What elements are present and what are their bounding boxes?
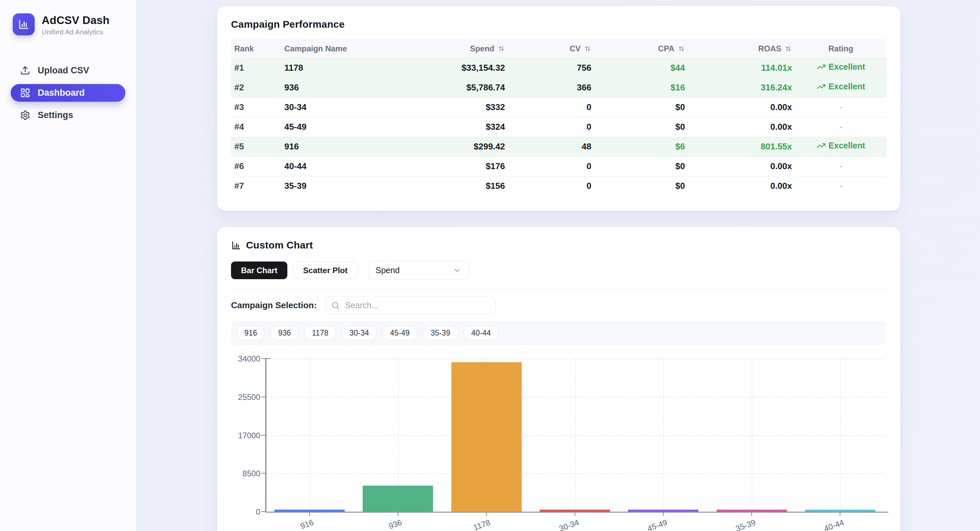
rating-empty: - [839, 181, 842, 191]
x-axis-tick-label: 45-49 [625, 518, 669, 531]
app-logo [13, 13, 35, 35]
table-header-row: RankCampaign NameSpendCVCPAROASRating [231, 39, 886, 58]
custom-chart-card: Custom Chart Bar Chart Scatter Plot Spen… [217, 227, 900, 531]
cell-cv: 0 [508, 156, 595, 176]
table-row: #11178$33,154.32756$44114.01xExcellent [231, 58, 886, 78]
y-axis-tick [261, 435, 265, 435]
table-row: #330-34$3320$00.00x- [231, 97, 886, 117]
cell-roas: 0.00x [688, 117, 795, 137]
sidebar-item-label: Settings [38, 110, 73, 120]
metric-select-value: Spend [375, 266, 400, 275]
campaign-chip-35-39[interactable]: 35-39 [423, 326, 458, 340]
column-header-rating: Rating [795, 39, 886, 58]
x-axis-tick [663, 513, 663, 516]
cell-rating: - [795, 97, 886, 117]
cell-cpa: $0 [595, 117, 688, 137]
sidebar-item-upload-csv[interactable]: Upload CSV [11, 62, 125, 80]
campaign-chip-916[interactable]: 916 [237, 326, 265, 340]
x-axis-tick-label: 936 [360, 518, 403, 531]
sidebar-item-label: Upload CSV [38, 65, 89, 76]
card-title: Campaign Performance [231, 19, 886, 30]
column-header-cpa[interactable]: CPA [595, 39, 688, 58]
sidebar-item-settings[interactable]: Settings [11, 107, 125, 124]
cell-campaign-name: 45-49 [281, 117, 398, 137]
column-header-spend[interactable]: Spend [398, 39, 508, 58]
chart-bar-1178[interactable] [451, 362, 522, 512]
performance-table: RankCampaign NameSpendCVCPAROASRating #1… [231, 39, 886, 196]
campaign-performance-card: Campaign Performance RankCampaign NameSp… [217, 6, 900, 211]
chart-controls: Bar Chart Scatter Plot Spend [231, 261, 886, 280]
sidebar-item-label: Dashboard [38, 88, 85, 98]
x-axis-tick-label: 35-39 [713, 518, 757, 531]
cell-cpa: $0 [595, 97, 688, 117]
scatter-plot-button[interactable]: Scatter Plot [293, 262, 357, 279]
cell-campaign-name: 1178 [281, 58, 398, 78]
cell-spend: $299.42 [398, 137, 508, 156]
table-row: #2936$5,786.74366$16316.24xExcellent [231, 78, 886, 97]
y-axis-tick [261, 397, 265, 397]
cell-rating: - [795, 176, 886, 196]
rating-badge: Excellent [817, 82, 865, 91]
x-axis-line [265, 512, 888, 513]
cell-campaign-name: 30-34 [281, 97, 398, 117]
cell-spend: $33,154.32 [398, 58, 508, 78]
campaign-chip-1178[interactable]: 1178 [304, 326, 336, 340]
cell-roas: 0.00x [688, 176, 795, 196]
cell-rating: Excellent [795, 58, 886, 78]
cell-spend: $332 [398, 97, 508, 117]
search-input[interactable] [325, 297, 495, 314]
upload-icon [20, 65, 30, 76]
y-axis-tick-label: 34000 [231, 354, 260, 364]
campaign-selection-label: Campaign Selection: [231, 300, 317, 311]
cell-cpa: $0 [595, 176, 688, 196]
cell-roas: 801.55x [688, 137, 795, 156]
cell-cpa: $0 [595, 156, 688, 176]
campaign-chip-40-44[interactable]: 40-44 [464, 326, 499, 340]
y-axis-tick-label: 0 [231, 507, 260, 517]
campaign-chip-936[interactable]: 936 [270, 326, 298, 340]
cell-rank: #5 [231, 137, 281, 156]
column-header-cv[interactable]: CV [508, 39, 595, 58]
cell-cv: 366 [508, 78, 595, 97]
x-axis-tick-label: 916 [270, 518, 315, 531]
y-axis-tick-label: 25500 [231, 392, 260, 402]
x-axis-tick [575, 513, 575, 516]
campaign-chip-30-34[interactable]: 30-34 [342, 326, 377, 340]
y-axis-tick-label: 8500 [231, 469, 260, 478]
bar-chart-icon [231, 240, 241, 250]
rating-empty: - [839, 122, 842, 132]
cell-cv: 0 [508, 97, 595, 117]
cell-cv: 48 [508, 137, 595, 156]
y-axis-line [265, 359, 266, 512]
cell-spend: $176 [398, 156, 508, 176]
rating-badge: Excellent [817, 62, 865, 72]
metric-select[interactable]: Spend [368, 261, 469, 280]
campaign-chip-45-49[interactable]: 45-49 [382, 326, 417, 340]
cell-spend: $156 [398, 176, 508, 196]
gear-icon [20, 110, 30, 120]
y-axis-tick [261, 358, 265, 359]
y-axis-tick-label: 17000 [231, 431, 260, 440]
gridline [840, 359, 841, 512]
cell-campaign-name: 916 [281, 137, 398, 156]
trending-up-icon [817, 82, 826, 91]
app-title: AdCSV Dash [42, 14, 110, 27]
cell-rating: - [795, 117, 886, 137]
sidebar-item-dashboard[interactable]: Dashboard [11, 84, 125, 102]
cell-roas: 316.24x [688, 78, 795, 97]
bar-chart-button[interactable]: Bar Chart [231, 262, 287, 279]
x-axis-tick [309, 513, 310, 516]
cell-roas: 114.01x [688, 58, 795, 78]
sidebar: AdCSV Dash Unified Ad Analytics Upload C… [0, 0, 136, 531]
sort-icon [678, 45, 685, 53]
rating-badge: Excellent [817, 141, 865, 150]
chart-bar-936[interactable] [363, 486, 433, 512]
x-axis-tick [486, 513, 487, 516]
gridline [575, 359, 576, 512]
column-header-roas[interactable]: ROAS [688, 39, 795, 58]
cell-spend: $324 [398, 117, 508, 137]
column-header-campaign-name: Campaign Name [281, 39, 398, 58]
x-axis-tick-label: 30-34 [536, 518, 580, 531]
cell-campaign-name: 40-44 [281, 156, 398, 176]
cell-roas: 0.00x [688, 156, 795, 176]
